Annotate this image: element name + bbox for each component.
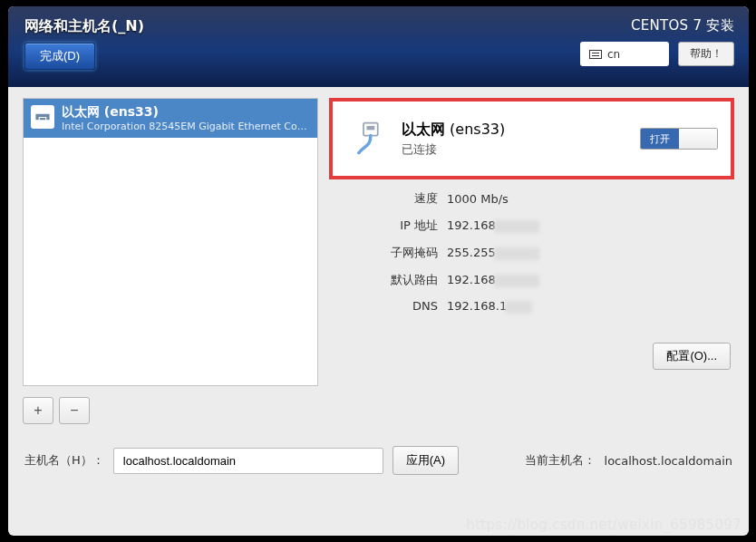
keyboard-layout-label: cn [607,48,620,61]
configure-button[interactable]: 配置(O)... [653,343,731,370]
connection-details: 速度1000 Mb/s IP 地址192.168 子网掩码255.255 默认路… [338,190,734,314]
done-button[interactable]: 完成(D) [24,43,95,70]
keyboard-icon [589,50,602,59]
current-hostname-label: 当前主机名： [525,452,596,469]
connection-name: 以太网 (ens33) [402,121,505,140]
device-name: 以太网 (ens33) [62,104,310,121]
add-device-button[interactable]: + [23,397,53,424]
route-value: 192.168 [447,273,539,287]
device-description: Intel Corporation 82545EM Gigabit Ethern… [62,121,310,133]
device-list[interactable]: 以太网 (ens33) Intel Corporation 82545EM Gi… [23,98,318,386]
svg-rect-2 [367,126,375,130]
mask-label: 子网掩码 [338,245,438,261]
hostname-input[interactable] [113,448,383,474]
toggle-on-label: 打开 [641,129,679,149]
svg-rect-0 [40,118,46,120]
speed-value: 1000 Mb/s [447,192,509,206]
ip-value: 192.168 [447,218,539,233]
keyboard-layout-selector[interactable]: cn [580,42,669,66]
connection-state: 已连接 [402,141,505,158]
mask-value: 255.255 [447,246,539,260]
header: 网络和主机名(_N) 完成(D) CENTOS 7 安装 cn 帮助！ [8,6,749,87]
speed-label: 速度 [338,190,438,207]
hostname-label: 主机名（H）： [24,452,104,469]
connection-status-panel: 以太网 (ens33) 已连接 打开 [329,98,734,179]
help-button[interactable]: 帮助！ [678,42,734,66]
remove-device-button[interactable]: − [59,397,90,424]
current-hostname-value: localhost.localdomain [605,454,732,468]
installer-title: CENTOS 7 安装 [580,17,734,34]
ethernet-icon [31,105,54,129]
toggle-off-side [679,129,717,149]
ip-label: IP 地址 [338,218,438,234]
ethernet-icon [351,120,389,158]
connection-toggle[interactable]: 打开 [640,128,718,150]
dns-label: DNS [338,299,438,313]
apply-button[interactable]: 应用(A) [393,446,459,475]
list-item[interactable]: 以太网 (ens33) Intel Corporation 82545EM Gi… [24,99,317,138]
dns-value: 192.168.1 [447,299,532,314]
route-label: 默认路由 [338,272,438,288]
